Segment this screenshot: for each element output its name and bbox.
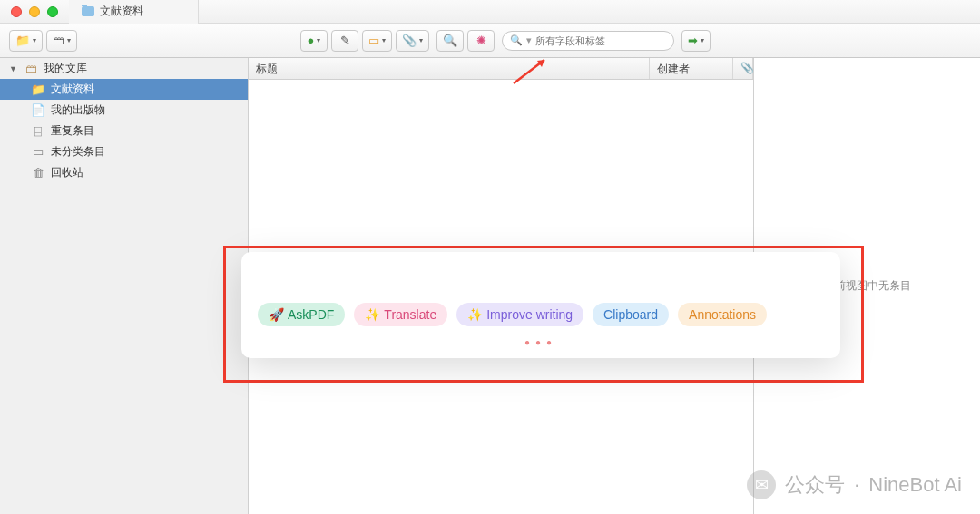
note-icon: ▭ — [368, 34, 379, 47]
sidebar-item-collection[interactable]: 📁 文献资料 — [0, 79, 248, 100]
box-icon: 🗃 — [53, 34, 64, 47]
sidebar-item-unfiled[interactable]: ▭ 未分类条目 — [0, 141, 248, 162]
search-input[interactable] — [535, 35, 666, 46]
folder-icon: 📁 — [31, 83, 45, 96]
column-attachment[interactable]: 📎 — [733, 58, 753, 79]
pill-improve-writing[interactable]: ✨Improve writing — [456, 303, 583, 326]
maximize-window-button[interactable] — [47, 6, 58, 17]
pill-askpdf[interactable]: 🚀AskPDF — [258, 303, 345, 326]
watermark-name: NineBot Ai — [868, 473, 962, 497]
column-headers: 标题 创建者 📎 — [249, 58, 753, 80]
ai-button[interactable]: ✺ — [467, 30, 495, 52]
titlebar: 文献资料 — [0, 0, 980, 24]
sidebar-item-label: 回收站 — [51, 165, 83, 180]
sidebar-root-library[interactable]: ▼ 🗃 我的文库 — [0, 58, 248, 79]
watermark-sep: · — [854, 473, 859, 497]
locate-button[interactable]: ➡▾ — [681, 30, 710, 52]
rocket-icon: 🚀 — [269, 307, 284, 322]
lookup-button[interactable]: 🔍 — [436, 30, 464, 52]
close-window-button[interactable] — [11, 6, 22, 17]
minimize-window-button[interactable] — [29, 6, 40, 17]
sparkle-icon: ✨ — [467, 307, 483, 322]
new-item-button[interactable]: ●▾ — [300, 30, 328, 52]
openai-icon: ✺ — [476, 34, 486, 47]
search-field[interactable]: 🔍▾ — [502, 31, 674, 51]
watermark: ✉ 公众号 · NineBot Ai — [747, 470, 962, 499]
new-collection-button[interactable]: 📁▾ — [9, 30, 43, 52]
sidebar: ▼ 🗃 我的文库 📁 文献资料 📄 我的出版物 ⌸ 重复条目 ▭ 未分类条目 🗑… — [0, 58, 249, 514]
folder-icon — [82, 6, 94, 16]
unfiled-icon: ▭ — [31, 146, 45, 159]
duplicates-icon: ⌸ — [31, 125, 45, 138]
attach-button[interactable]: 📎▾ — [396, 30, 429, 52]
ai-popup: 🚀AskPDF ✨Translate ✨Improve writing Clip… — [241, 252, 840, 358]
paperclip-icon: 📎 — [740, 62, 754, 74]
tab-title: 文献资料 — [100, 4, 143, 19]
sparkle-icon: ✨ — [365, 307, 380, 322]
new-note-button[interactable]: ▭▾ — [362, 30, 392, 52]
sidebar-item-duplicates[interactable]: ⌸ 重复条目 — [0, 121, 248, 141]
plus-circle-icon: ● — [308, 34, 315, 47]
new-library-button[interactable]: 🗃▾ — [46, 30, 77, 52]
search-icon: 🔍 — [510, 34, 523, 46]
sidebar-item-label: 重复条目 — [51, 123, 94, 139]
window-controls — [0, 6, 69, 17]
add-by-identifier-button[interactable]: ✎ — [331, 30, 358, 52]
sidebar-item-publications[interactable]: 📄 我的出版物 — [0, 100, 248, 121]
pill-translate[interactable]: ✨Translate — [354, 303, 447, 326]
sidebar-root-label: 我的文库 — [44, 61, 87, 76]
sidebar-item-label: 我的出版物 — [51, 102, 105, 118]
folder-plus-icon: 📁 — [15, 34, 30, 47]
document-tab[interactable]: 文献资料 — [69, 0, 199, 24]
pill-clipboard[interactable]: Clipboard — [593, 303, 669, 326]
toolbar: 📁▾ 🗃▾ ●▾ ✎ ▭▾ 📎▾ 🔍 ✺ 🔍▾ ➡▾ — [0, 24, 980, 58]
paperclip-icon: 📎 — [402, 34, 416, 47]
popup-pagination-dots: ●●● — [258, 337, 824, 347]
page-icon: 📄 — [31, 104, 45, 117]
search-scope-caret[interactable]: ▾ — [526, 34, 532, 46]
sidebar-item-label: 未分类条目 — [51, 144, 105, 160]
trash-icon: 🗑 — [31, 167, 45, 179]
magnifier-icon: 🔍 — [443, 34, 457, 47]
column-title[interactable]: 标题 — [249, 58, 650, 79]
ai-suggestion-pills: 🚀AskPDF ✨Translate ✨Improve writing Clip… — [258, 303, 824, 326]
wechat-icon: ✉ — [747, 470, 776, 499]
ai-prompt-input[interactable] — [258, 265, 824, 286]
sidebar-item-label: 文献资料 — [51, 82, 94, 97]
wand-icon: ✎ — [340, 34, 350, 47]
arrow-right-icon: ➡ — [688, 34, 698, 47]
disclosure-triangle-icon[interactable]: ▼ — [9, 64, 18, 73]
library-icon: 🗃 — [24, 63, 38, 75]
watermark-prefix: 公众号 — [785, 471, 845, 499]
pill-annotations[interactable]: Annotations — [678, 303, 767, 326]
column-creator[interactable]: 创建者 — [650, 58, 733, 79]
sidebar-item-trash[interactable]: 🗑 回收站 — [0, 162, 248, 183]
